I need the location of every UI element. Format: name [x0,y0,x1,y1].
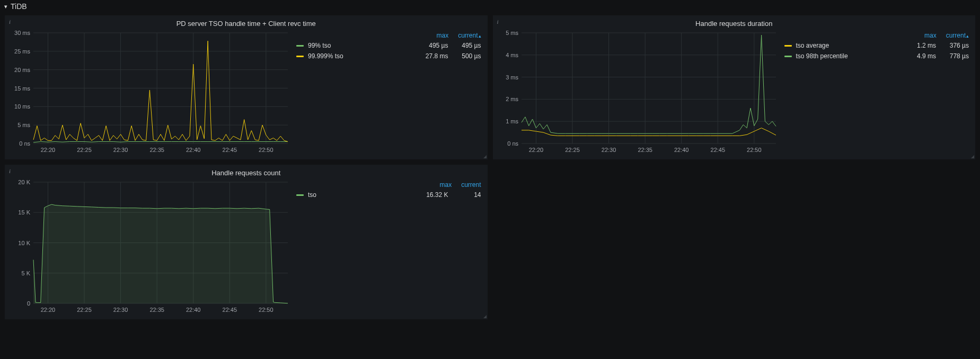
x-tick-label: 22:30 [113,147,128,153]
chart-svg[interactable]: 0 ns1 ms2 ms3 ms4 ms5 ms22:2022:2522:302… [497,31,778,155]
x-tick-label: 22:35 [638,147,652,153]
panels-grid: iPD server TSO handle time + Client revc… [0,13,980,324]
info-icon[interactable]: i [9,19,11,25]
y-tick-label: 15 ms [14,85,30,92]
sort-asc-icon: ▴ [966,33,969,39]
legend-series-max: 16.32 K [420,191,448,199]
legend-series-name: 99% tso [308,42,416,49]
legend-series-name: tso [308,191,416,199]
y-tick-label: 2 ms [506,96,518,102]
x-tick-label: 22:40 [186,147,201,153]
x-tick-label: 22:20 [41,147,56,153]
x-tick-label: 22:50 [259,307,273,313]
panel-title[interactable]: PD server TSO handle time + Client revc … [9,17,483,31]
series-line [33,41,288,141]
panel-title[interactable]: Handle requests count [9,167,483,180]
legend: maxcurrenttso16.32 K14 [294,180,483,315]
y-tick-label: 25 ms [14,48,30,55]
legend-series-current: 14 [453,191,481,199]
y-tick-label: 5 ms [506,31,518,36]
sort-asc-icon: ▴ [479,33,481,39]
legend-col-max[interactable]: max [436,32,448,39]
x-tick-label: 22:50 [259,147,273,153]
panel-body: 0 ns5 ms10 ms15 ms20 ms25 ms30 ms22:2022… [9,31,483,155]
legend-header: maxcurrent▴ [782,31,972,40]
legend-row[interactable]: tso 98th percentile4.9 ms778 µs [782,51,972,61]
legend-swatch [296,45,304,47]
resize-handle[interactable] [483,315,487,318]
legend-col-current[interactable]: current▴ [458,32,481,39]
chart-area[interactable]: 05 K10 K15 K20 K22:2022:2522:3022:3522:4… [9,180,290,315]
panel-body: 05 K10 K15 K20 K22:2022:2522:3022:3522:4… [9,180,483,315]
legend-swatch [784,45,792,47]
chart-svg[interactable]: 05 K10 K15 K20 K22:2022:2522:3022:3522:4… [9,180,290,315]
legend-series-current: 778 µs [940,52,969,60]
x-tick-label: 22:50 [747,147,762,153]
y-tick-label: 0 ns [507,140,518,147]
x-tick-label: 22:20 [41,307,56,313]
legend-row[interactable]: 99.999% tso27.8 ms500 µs [294,51,483,61]
legend-series-current: 500 µs [453,52,481,60]
section-header[interactable]: ▾ TiDB [0,0,980,13]
legend-header: maxcurrent▴ [294,31,483,40]
x-tick-label: 22:30 [113,307,128,313]
section-title: TiDB [11,2,27,11]
panel-title[interactable]: Handle requests duration [497,17,972,31]
series-line [33,142,288,142]
y-tick-label: 1 ms [506,118,518,124]
x-tick-label: 22:25 [565,147,580,153]
y-tick-label: 30 ms [14,31,30,36]
y-tick-label: 15 K [18,209,30,216]
legend-series-max: 27.8 ms [420,52,448,60]
legend-row[interactable]: tso average1.2 ms376 µs [782,40,972,51]
x-tick-label: 22:20 [528,147,543,153]
info-icon[interactable]: i [497,19,499,25]
legend-series-max: 1.2 ms [907,42,936,49]
chart-area[interactable]: 0 ns5 ms10 ms15 ms20 ms25 ms30 ms22:2022… [9,31,290,155]
x-tick-label: 22:35 [149,147,164,153]
x-tick-label: 22:25 [77,147,92,153]
y-tick-label: 5 K [21,270,30,276]
x-tick-label: 22:45 [223,147,237,153]
legend-swatch [296,56,304,57]
legend-swatch [784,56,792,57]
y-tick-label: 20 K [18,180,30,185]
legend-col-current[interactable]: current [461,181,481,189]
y-tick-label: 20 ms [14,67,30,73]
chevron-down-icon: ▾ [4,3,7,10]
x-tick-label: 22:45 [223,307,237,313]
legend-col-max[interactable]: max [439,181,452,189]
series-line [522,128,776,136]
panel: iHandle requests duration0 ns1 ms2 ms3 m… [492,15,976,160]
x-tick-label: 22:25 [77,307,92,313]
series-line [522,35,776,133]
y-tick-label: 4 ms [506,52,518,58]
legend-series-name: tso average [796,42,904,49]
panel: iPD server TSO handle time + Client revc… [4,15,488,160]
legend-header: maxcurrent [294,180,483,190]
chart-svg[interactable]: 0 ns5 ms10 ms15 ms20 ms25 ms30 ms22:2022… [9,31,290,155]
legend-row[interactable]: 99% tso495 µs495 µs [294,40,483,51]
y-tick-label: 0 ns [19,140,30,147]
x-tick-label: 22:45 [710,147,725,153]
x-tick-label: 22:40 [186,307,201,313]
chart-area[interactable]: 0 ns1 ms2 ms3 ms4 ms5 ms22:2022:2522:302… [497,31,778,155]
x-tick-label: 22:40 [674,147,688,153]
x-tick-label: 22:35 [149,307,164,313]
legend-series-current: 495 µs [453,42,481,49]
y-tick-label: 5 ms [17,122,30,128]
legend-col-max[interactable]: max [924,32,937,39]
legend-row[interactable]: tso16.32 K14 [294,190,483,200]
resize-handle[interactable] [483,155,487,158]
resize-handle[interactable] [971,155,974,158]
y-tick-label: 0 [27,300,30,307]
legend-series-name: tso 98th percentile [796,52,904,60]
legend: maxcurrent▴tso average1.2 ms376 µstso 98… [782,31,972,155]
legend-swatch [296,194,304,196]
legend-col-current[interactable]: current▴ [946,32,969,39]
series-area [33,204,288,303]
panel-body: 0 ns1 ms2 ms3 ms4 ms5 ms22:2022:2522:302… [497,31,972,155]
y-tick-label: 3 ms [506,74,518,80]
info-icon[interactable]: i [9,168,11,174]
legend-series-max: 495 µs [420,42,448,49]
